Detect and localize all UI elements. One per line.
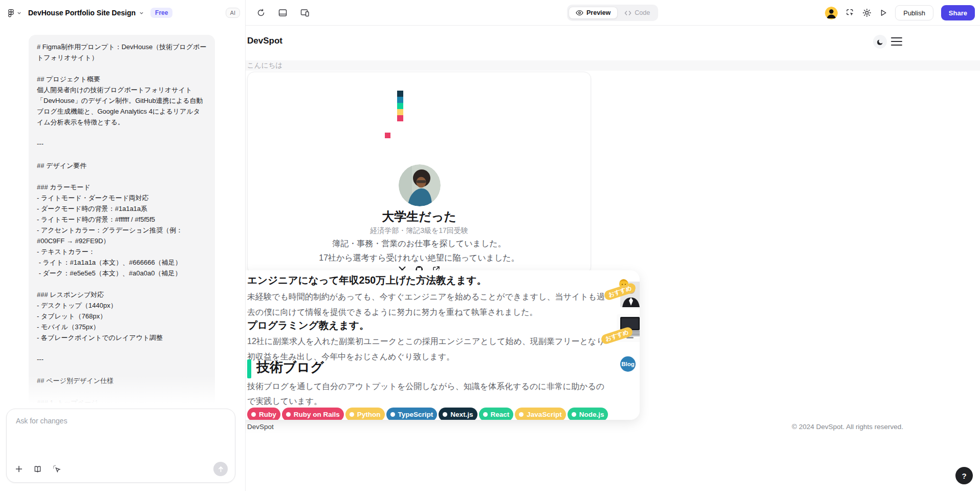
moon-icon — [877, 38, 884, 46]
browser-panel-icon[interactable] — [278, 9, 287, 17]
menu-button[interactable] — [891, 37, 902, 46]
palette-square — [397, 115, 403, 121]
section-title: プログラミング教えます。 — [247, 318, 369, 332]
tag-dot-icon — [350, 412, 354, 417]
palette-square — [397, 91, 403, 97]
tech-tag[interactable]: Python — [345, 408, 385, 420]
section-body: 未経験でも時間的制約があっても、今すぐエンジニアを始めることができますし、当サイ… — [247, 289, 605, 320]
palette-square — [397, 97, 403, 103]
composer-actions — [15, 462, 228, 476]
tech-tag[interactable]: Node.js — [568, 408, 608, 420]
chevron-down-icon — [17, 11, 21, 15]
chat-history[interactable]: # Figma制作用プロンプト：DevHouse（技術ブログポートフォリオサイト… — [0, 26, 245, 409]
tag-dot-icon — [483, 412, 488, 417]
refresh-icon[interactable] — [257, 9, 265, 17]
hero-card: 大学生だった 経済学部・簿記3級を17回受験 簿記・事務・営業のお仕事を探してい… — [247, 72, 591, 274]
code-icon — [624, 10, 631, 16]
content-card: エンジニアになって年収250万上げた方法教えます。 未経験でも時間的制約があって… — [246, 270, 640, 420]
plan-badge[interactable]: Free — [150, 8, 172, 18]
blog-section-title: 技術ブログ — [256, 358, 324, 376]
sidebar: DevHouse Portfolio Site Design Free AI #… — [0, 0, 246, 491]
sidebar-header: DevHouse Portfolio Site Design Free AI — [0, 0, 245, 26]
tab-preview[interactable]: Preview — [569, 7, 618, 19]
profile-photo — [399, 164, 441, 206]
section-title: エンジニアになって年収250万上げた方法教えます。 — [247, 273, 487, 287]
notice-bar: こんにちは — [246, 60, 980, 71]
footer-brand: DevSpot — [247, 423, 274, 431]
user-prompt-message: # Figma制作用プロンプト：DevHouse（技術ブログポートフォリオサイト… — [29, 35, 215, 409]
figma-logo-icon — [7, 9, 15, 17]
hero-name: 大学生だった — [248, 208, 591, 225]
gear-icon[interactable] — [862, 8, 872, 17]
main-area: Preview Code — [246, 0, 980, 491]
tech-tag[interactable]: React — [479, 408, 514, 420]
help-button[interactable]: ? — [955, 467, 973, 484]
blog-body: 技術ブログを通して自分のアウトプットを公開しながら、知識を体系化するのに非常に助… — [247, 379, 611, 409]
plus-icon[interactable] — [15, 465, 23, 473]
figma-menu-button[interactable] — [7, 9, 21, 17]
hero-line2: 17社から選考すら受けれない絶望に陥っていました。 — [248, 253, 591, 264]
palette-square — [397, 103, 403, 109]
user-avatar[interactable] — [825, 7, 838, 19]
ai-cursor-icon[interactable] — [52, 464, 61, 474]
composer-input[interactable]: Ask for changes — [7, 409, 235, 433]
site-logo[interactable]: DevSpot — [247, 36, 282, 46]
preview-canvas: DevSpot こんにちは — [246, 26, 980, 491]
tag-dot-icon — [572, 412, 576, 417]
view-toggle: Preview Code — [567, 5, 658, 21]
ai-badge: AI — [226, 8, 240, 18]
toolbar-right: Publish Share — [825, 0, 975, 26]
hero-line1: 簿記・事務・営業のお仕事を探していました。 — [248, 239, 591, 249]
project-title[interactable]: DevHouse Portfolio Site Design — [28, 9, 136, 17]
theme-toggle-button[interactable] — [873, 35, 887, 49]
share-button[interactable]: Share — [941, 5, 975, 20]
hamburger-icon — [891, 37, 902, 38]
tag-dot-icon — [443, 412, 447, 417]
tag-dot-icon — [286, 412, 291, 417]
blog-badge: Blog — [620, 356, 636, 372]
tag-dot-icon — [251, 412, 256, 417]
tech-tag[interactable]: Ruby on Rails — [282, 408, 344, 420]
responsive-devices-icon[interactable] — [300, 9, 310, 17]
tech-tag[interactable]: Next.js — [439, 408, 477, 420]
tag-dot-icon — [519, 412, 524, 417]
tech-tag[interactable]: Ruby — [247, 408, 280, 420]
eye-icon — [576, 10, 583, 16]
site-footer: DevSpot © 2024 DevSpot. All rights reser… — [247, 423, 903, 431]
chevron-down-icon[interactable] — [139, 11, 144, 15]
footer-copyright: © 2024 DevSpot. All rights reserved. — [792, 423, 903, 431]
play-icon[interactable] — [879, 9, 887, 17]
export-to-design-icon[interactable] — [845, 8, 855, 17]
blog-accent-bar — [247, 359, 251, 378]
send-button[interactable] — [213, 462, 228, 476]
tab-code[interactable]: Code — [618, 7, 657, 18]
tech-tag[interactable]: TypeScript — [386, 408, 438, 420]
chat-composer[interactable]: Ask for changes — [6, 409, 235, 483]
palette-square — [397, 109, 403, 115]
publish-button[interactable]: Publish — [895, 5, 933, 20]
tech-tag[interactable]: JavaScript — [515, 408, 565, 420]
main-toolbar: Preview Code — [246, 0, 980, 26]
tab-code-label: Code — [635, 9, 650, 16]
notice-text: こんにちは — [247, 60, 282, 71]
toolbar-left — [257, 0, 310, 26]
hero-subtitle: 経済学部・簿記3級を17回受験 — [248, 226, 591, 236]
tech-tags: Ruby Ruby on Rails Python TypeScript Nex… — [247, 408, 608, 420]
tab-preview-label: Preview — [586, 9, 611, 16]
library-book-icon[interactable] — [33, 465, 42, 474]
app-window: DevHouse Portfolio Site Design Free AI #… — [0, 0, 980, 491]
tag-dot-icon — [390, 412, 395, 417]
accent-square — [385, 133, 390, 138]
color-palette-squares — [397, 91, 403, 121]
